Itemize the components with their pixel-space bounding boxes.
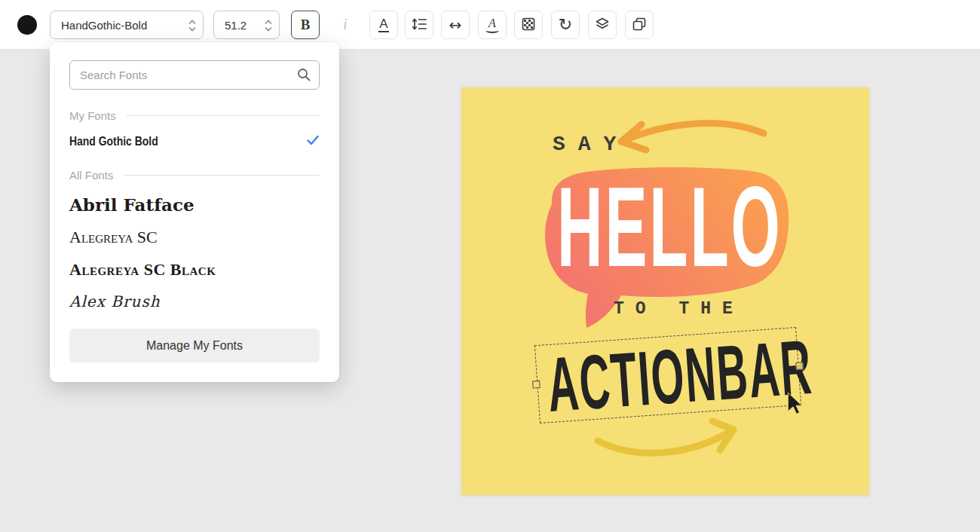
duplicate-icon — [632, 17, 647, 34]
mouse-cursor-icon — [786, 392, 804, 419]
italic-button-disabled: i — [338, 15, 352, 35]
font-picker-panel: My Fonts Hand Gothic Bold All Fonts Abri… — [50, 42, 339, 382]
font-item-alegreya-sc[interactable]: Alegreya SC — [69, 228, 320, 247]
font-size-select[interactable]: 51.2 — [213, 11, 280, 39]
letter-spacing-icon: ↔ — [449, 17, 462, 32]
font-family-value: HandGothic-Bold — [61, 19, 147, 32]
texture-button[interactable] — [514, 11, 543, 39]
text-layer-actionbar[interactable]: ACTIONBAR — [545, 329, 815, 423]
design-graphics — [461, 87, 869, 495]
font-family-stepper-icon[interactable] — [188, 19, 196, 35]
font-item-label: Abril Fatface — [69, 194, 194, 215]
duplicate-button[interactable] — [625, 11, 654, 39]
font-item-alex-brush[interactable]: Alex Brush — [69, 292, 320, 310]
selected-check-icon — [306, 134, 320, 149]
rotate-button[interactable]: ↻ — [551, 11, 580, 39]
text-layer-say[interactable]: SAY — [553, 133, 629, 156]
top-arrow — [621, 124, 764, 150]
layers-button[interactable] — [588, 11, 617, 39]
underline-icon: A — [378, 17, 388, 32]
curved-text-icon: A — [485, 17, 499, 33]
resize-handle-left[interactable] — [532, 381, 541, 389]
manage-my-fonts-button[interactable]: Manage My Fonts — [69, 329, 320, 362]
rotate-icon: ↻ — [559, 17, 572, 33]
all-fonts-section-header: All Fonts — [69, 169, 320, 182]
all-fonts-label: All Fonts — [69, 169, 113, 182]
line-height-icon — [412, 17, 427, 34]
underline-button[interactable]: A — [369, 11, 398, 39]
search-fonts-input[interactable] — [69, 60, 320, 90]
texture-icon — [521, 17, 536, 34]
resize-handle-right[interactable] — [795, 362, 804, 370]
search-icon — [296, 67, 311, 85]
font-size-stepper-icon[interactable] — [265, 19, 272, 35]
text-layer-to-the[interactable]: TO THE — [614, 299, 744, 319]
curved-text-button[interactable]: A — [478, 11, 507, 39]
font-item-alegreya-sc-black[interactable]: Alegreya SC Black — [69, 260, 320, 280]
text-layer-hello[interactable]: HELLO — [557, 170, 782, 283]
bold-button[interactable]: B — [291, 11, 320, 39]
artboard[interactable]: SAY HELLO TO THE ACTIONBAR — [461, 87, 869, 495]
font-item-hand-gothic-bold[interactable]: Hand Gothic Bold — [69, 134, 320, 149]
selected-text-object[interactable]: ACTIONBAR — [534, 327, 801, 423]
font-item-label: Hand Gothic Bold — [69, 134, 158, 149]
font-family-select[interactable]: HandGothic-Bold — [50, 11, 204, 39]
font-item-abril-fatface[interactable]: Abril Fatface — [69, 194, 320, 215]
bottom-arrow — [598, 421, 733, 453]
font-item-label: Alegreya SC Black — [69, 260, 216, 280]
divider — [127, 115, 320, 116]
divider — [124, 175, 320, 176]
layers-icon — [595, 17, 610, 34]
my-fonts-label: My Fonts — [69, 109, 116, 122]
text-color-swatch[interactable] — [17, 15, 37, 35]
font-item-label: Alegreya SC — [69, 228, 158, 247]
my-fonts-section-header: My Fonts — [69, 109, 320, 122]
font-item-label: Alex Brush — [69, 292, 161, 310]
font-size-value: 51.2 — [225, 19, 247, 32]
letter-spacing-button[interactable]: ↔ — [441, 11, 470, 39]
line-height-button[interactable] — [405, 11, 433, 39]
